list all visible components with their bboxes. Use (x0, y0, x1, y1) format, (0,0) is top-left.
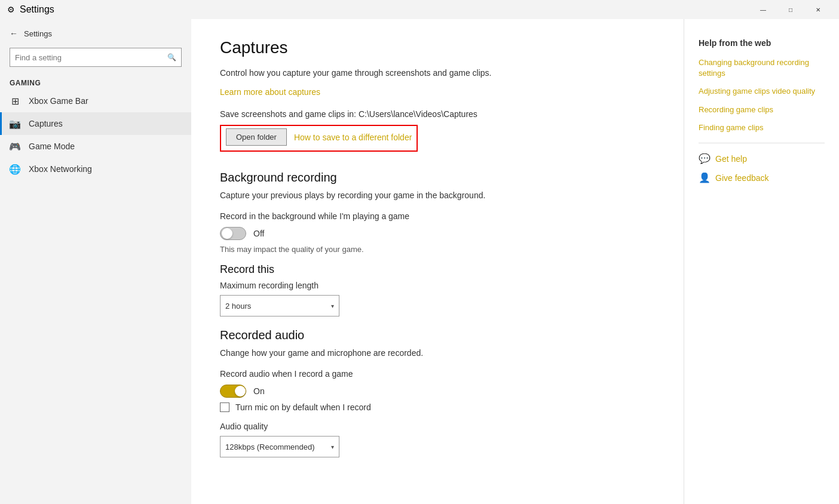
back-arrow-icon: ← (10, 29, 18, 38)
maximize-button[interactable]: □ (777, 0, 804, 19)
sidebar-item-label: Game Mode (29, 142, 75, 151)
titlebar-title: Settings (20, 4, 54, 15)
help-link-1[interactable]: Changing background recording settings (699, 57, 825, 79)
search-icon: 🔍 (167, 53, 176, 62)
app-body: ← Settings 🔍 Gaming ⊞ Xbox Game Bar 📷 Ca… (0, 19, 839, 504)
help-link-2[interactable]: Adjusting game clips video quality (699, 86, 825, 97)
captures-icon: 📷 (10, 118, 20, 129)
right-panel: Help from the web Changing background re… (684, 19, 839, 504)
get-help-icon: 💬 (699, 153, 711, 165)
audio-toggle-thumb (235, 386, 246, 397)
mic-checkbox-row: Turn mic on by default when I record (220, 402, 655, 412)
search-box: 🔍 (10, 48, 182, 67)
page-description: Control how you capture your game throug… (220, 67, 655, 79)
titlebar-left: ⚙ Settings (7, 4, 54, 15)
minimize-button[interactable]: — (749, 0, 777, 19)
max-recording-label: Maximum recording length (220, 281, 655, 290)
mic-checkbox[interactable] (220, 402, 229, 412)
sidebar-item-label: Xbox Game Bar (29, 96, 88, 106)
xbox-game-bar-icon: ⊞ (10, 96, 20, 106)
sidebar-item-xbox-networking[interactable]: 🌐 Xbox Networking (0, 158, 191, 180)
close-button[interactable]: ✕ (804, 0, 832, 19)
give-feedback-icon: 👤 (699, 172, 711, 184)
get-help-label: Get help (715, 154, 747, 164)
sidebar: ← Settings 🔍 Gaming ⊞ Xbox Game Bar 📷 Ca… (0, 19, 191, 504)
background-toggle-label: Off (253, 229, 264, 238)
record-audio-label: Record audio when I record a game (220, 369, 655, 379)
help-title: Help from the web (699, 38, 825, 48)
background-toggle[interactable] (220, 227, 246, 240)
search-icon-button[interactable]: 🔍 (162, 48, 181, 67)
audio-quality-value: 128kbps (Recommended) (225, 442, 315, 451)
search-input[interactable] (10, 53, 162, 62)
back-button[interactable]: ← Settings (0, 24, 191, 43)
get-help-action[interactable]: 💬 Get help (699, 153, 825, 165)
background-recording-desc: Capture your previous plays by recording… (220, 189, 655, 202)
max-recording-dropdown[interactable]: 2 hours ▾ (220, 295, 339, 316)
toggle-impact-note: This may impact the quality of your game… (220, 245, 655, 254)
how-to-save-link[interactable]: How to save to a different folder (294, 133, 412, 142)
record-this-title: Record this (220, 263, 655, 276)
audio-chevron-down-icon: ▾ (331, 444, 334, 450)
audio-quality-dropdown[interactable]: 128kbps (Recommended) ▾ (220, 436, 339, 457)
learn-more-link[interactable]: Learn more about captures (220, 87, 320, 97)
save-path-text: Save screenshots and game clips in: C:\U… (220, 109, 655, 119)
recorded-audio-title: Recorded audio (220, 328, 655, 342)
help-divider (699, 143, 825, 143)
help-link-4[interactable]: Finding game clips (699, 122, 825, 133)
background-toggle-row: Off (220, 227, 655, 240)
dropdown-value: 2 hours (225, 302, 251, 311)
main-content: Captures Control how you capture your ga… (191, 19, 684, 504)
background-setting-label: Record in the background while I'm playi… (220, 211, 655, 221)
sidebar-item-label: Xbox Networking (29, 164, 92, 174)
toggle-thumb (222, 228, 232, 239)
app-icon: ⚙ (7, 5, 15, 14)
sidebar-item-game-mode[interactable]: 🎮 Game Mode (0, 135, 191, 158)
back-label: Settings (24, 29, 52, 38)
folder-box: Open folder How to save to a different f… (220, 125, 418, 152)
help-link-3[interactable]: Recording game clips (699, 105, 825, 115)
give-feedback-action[interactable]: 👤 Give feedback (699, 172, 825, 184)
open-folder-button[interactable]: Open folder (226, 128, 287, 146)
titlebar: ⚙ Settings — □ ✕ (0, 0, 839, 19)
game-mode-icon: 🎮 (10, 141, 20, 152)
give-feedback-label: Give feedback (715, 173, 769, 183)
chevron-down-icon: ▾ (331, 303, 334, 309)
audio-quality-label: Audio quality (220, 422, 655, 431)
audio-toggle[interactable] (220, 385, 246, 398)
sidebar-item-xbox-game-bar[interactable]: ⊞ Xbox Game Bar (0, 90, 191, 112)
background-recording-title: Background recording (220, 171, 655, 185)
page-title: Captures (220, 38, 655, 57)
sidebar-item-captures[interactable]: 📷 Captures (0, 112, 191, 135)
xbox-networking-icon: 🌐 (10, 164, 20, 174)
section-label: Gaming (0, 72, 191, 90)
audio-toggle-row: On (220, 385, 655, 398)
audio-toggle-label: On (253, 386, 265, 396)
recorded-audio-desc: Change how your game and microphone are … (220, 347, 655, 359)
sidebar-item-label: Captures (29, 119, 63, 128)
titlebar-controls: — □ ✕ (749, 0, 832, 19)
mic-checkbox-label: Turn mic on by default when I record (235, 402, 371, 412)
